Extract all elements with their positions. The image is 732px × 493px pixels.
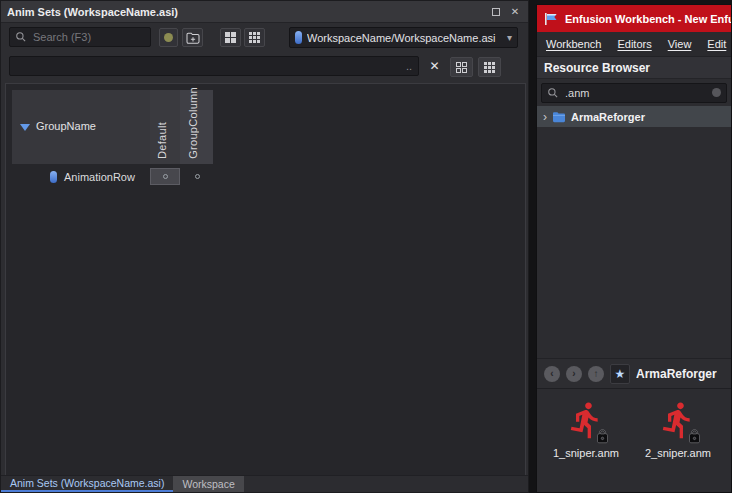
- search-input[interactable]: [31, 30, 145, 44]
- add-folder-button[interactable]: [182, 28, 203, 47]
- filter-box: ..: [9, 56, 419, 76]
- column-header-default[interactable]: Default: [156, 122, 168, 159]
- anim-grid: GroupName Default GroupColumn AnimationR…: [5, 83, 526, 476]
- enfusion-logo-icon: [543, 12, 559, 26]
- workspace-selector[interactable]: WorkspaceName/WorkspaceName.asi ▾: [289, 27, 518, 48]
- window-title: Anim Sets (WorkspaceName.asi): [7, 6, 484, 18]
- back-button[interactable]: ‹: [544, 366, 560, 382]
- float-button[interactable]: [489, 5, 503, 19]
- file-thumb: [563, 397, 609, 443]
- search-icon: [547, 87, 559, 99]
- resource-search-input[interactable]: [563, 86, 708, 100]
- dense-grid-icon: [484, 62, 495, 73]
- tree-item-armareforger[interactable]: › ArmaReforger: [537, 106, 731, 127]
- grid-icon: [225, 32, 236, 43]
- column-layout-button[interactable]: [450, 57, 473, 77]
- animation-row[interactable]: AnimationRow: [50, 168, 135, 185]
- record-toggle-button[interactable]: [159, 28, 178, 47]
- grid-view-button[interactable]: [220, 28, 241, 47]
- group-header: GroupName Default GroupColumn: [12, 90, 213, 164]
- file-item-2-sniper[interactable]: 2_sniper.anm: [637, 397, 719, 459]
- file-name: 1_sniper.anm: [553, 447, 619, 459]
- file-name: 2_sniper.anm: [645, 447, 711, 459]
- current-folder-label[interactable]: ArmaReforger: [636, 367, 717, 381]
- search-options-icon[interactable]: [712, 88, 721, 97]
- lock-icon: [687, 429, 702, 444]
- grid-outline-icon: [456, 62, 467, 73]
- workspace-selector-value: WorkspaceName/WorkspaceName.asi: [307, 32, 502, 44]
- up-button[interactable]: ↑: [588, 366, 604, 382]
- tree-empty-area: [537, 127, 731, 358]
- workbench-titlebar[interactable]: Enfusion Workbench - New Enfu: [537, 5, 731, 32]
- filter-input[interactable]: [16, 59, 406, 73]
- cell-default[interactable]: [150, 168, 180, 185]
- anim-sets-titlebar[interactable]: Anim Sets (WorkspaceName.asi) ✕: [1, 1, 528, 23]
- file-thumb: [655, 397, 701, 443]
- favorites-button[interactable]: ★: [610, 364, 630, 384]
- enfusion-workbench-window: Enfusion Workbench - New Enfu Workbench …: [536, 4, 732, 493]
- anim-sets-toolbar: WorkspaceName/WorkspaceName.asi ▾: [1, 24, 528, 52]
- filter-suffix: ..: [406, 60, 412, 72]
- dense-grid-view-button[interactable]: [244, 28, 265, 47]
- tab-anim-sets[interactable]: Anim Sets (WorkspaceName.asi): [1, 476, 173, 492]
- forward-button[interactable]: ›: [566, 366, 582, 382]
- chevron-down-icon: ▾: [507, 32, 512, 43]
- menu-edit[interactable]: Edit: [707, 38, 726, 50]
- menu-workbench[interactable]: Workbench: [546, 38, 601, 50]
- folder-icon: [552, 111, 566, 123]
- asset-icon: [295, 31, 302, 44]
- status-dot-icon: [164, 33, 173, 42]
- radio-ring-icon: [163, 174, 168, 179]
- close-button[interactable]: ✕: [508, 5, 522, 19]
- folder-plus-icon: [186, 32, 200, 44]
- bottom-tab-bar: Anim Sets (WorkspaceName.asi) Workspace: [1, 475, 528, 492]
- menu-view[interactable]: View: [668, 38, 692, 50]
- clear-filter-button[interactable]: ✕: [425, 56, 444, 75]
- resource-search-box: [541, 83, 727, 103]
- animation-row-label: AnimationRow: [64, 171, 135, 183]
- file-item-1-sniper[interactable]: 1_sniper.anm: [545, 397, 627, 459]
- file-grid: 1_sniper.anm 2_sniper.anm: [537, 389, 731, 492]
- expand-chevron-icon: ›: [543, 111, 547, 123]
- search-icon: [15, 31, 27, 43]
- workbench-title: Enfusion Workbench - New Enfu: [565, 13, 731, 25]
- group-name-label[interactable]: GroupName: [36, 120, 96, 132]
- restore-icon: [492, 8, 500, 16]
- menubar: Workbench Editors View Edit: [537, 32, 731, 57]
- radio-ring-icon: [195, 174, 200, 179]
- collapse-arrow-icon[interactable]: [20, 124, 30, 131]
- column-header-groupcolumn[interactable]: GroupColumn: [187, 87, 199, 159]
- resource-browser-header: Resource Browser: [537, 57, 731, 79]
- tree-item-label: ArmaReforger: [571, 111, 645, 123]
- filter-toolbar: .. ✕: [1, 53, 528, 80]
- lock-icon: [595, 429, 610, 444]
- browser-nav-toolbar: ‹ › ↑ ★ ArmaReforger: [537, 358, 731, 389]
- tab-workspace[interactable]: Workspace: [173, 476, 243, 492]
- resource-search-row: [537, 79, 731, 106]
- all-columns-button[interactable]: [478, 57, 501, 77]
- animation-icon: [50, 171, 57, 183]
- dense-grid-icon: [249, 32, 260, 43]
- search-box: [9, 27, 151, 47]
- cell-groupcolumn[interactable]: [184, 168, 210, 185]
- resource-browser-title: Resource Browser: [544, 61, 650, 75]
- anim-sets-window: Anim Sets (WorkspaceName.asi) ✕: [0, 0, 529, 493]
- menu-editors[interactable]: Editors: [617, 38, 651, 50]
